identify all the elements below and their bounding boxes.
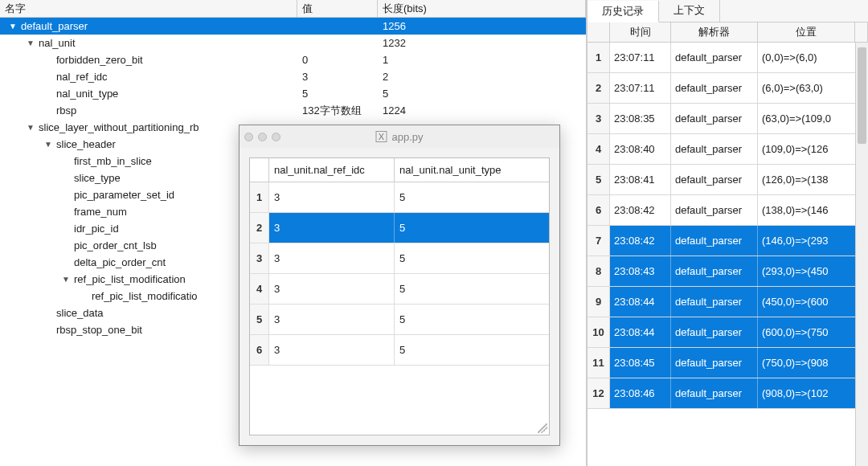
tree-row[interactable]: ▼nal_unit_type55 bbox=[0, 85, 586, 102]
history-header-parser[interactable]: 解析器 bbox=[671, 22, 758, 42]
popup-row-c2: 5 bbox=[395, 335, 549, 365]
popup-row-index: 5 bbox=[250, 305, 269, 334]
popup-row[interactable]: 335 bbox=[250, 243, 549, 274]
tree-row[interactable]: ▼forbidden_zero_bit01 bbox=[0, 51, 586, 68]
tree-node-name: pic_order_cnt_lsb bbox=[71, 237, 157, 254]
popup-row-c1: 3 bbox=[269, 213, 395, 243]
popup-row[interactable]: 135 bbox=[250, 182, 549, 213]
tab-history[interactable]: 历史记录 bbox=[588, 1, 659, 22]
scrollbar-thumb[interactable] bbox=[858, 47, 866, 144]
chevron-down-icon[interactable]: ▼ bbox=[43, 136, 53, 153]
history-row[interactable]: 1023:08:44default_parser(600,0)=>(750 bbox=[588, 317, 868, 348]
chevron-down-icon[interactable]: ▼ bbox=[26, 119, 35, 136]
history-row[interactable]: 1223:08:46default_parser(908,0)=>(102 bbox=[588, 378, 868, 409]
tree-node-name: pic_parameter_set_id bbox=[71, 186, 174, 203]
window-close-icon[interactable] bbox=[244, 133, 253, 141]
history-row[interactable]: 623:08:42default_parser(138,0)=>(146 bbox=[588, 195, 868, 226]
tree-node-name: ref_pic_list_modificatio bbox=[88, 288, 198, 305]
history-row-parser: default_parser bbox=[671, 317, 758, 347]
tree-header-value[interactable]: 值 bbox=[297, 0, 378, 17]
history-row-parser: default_parser bbox=[671, 134, 758, 164]
popup-row[interactable]: 635 bbox=[250, 335, 549, 366]
history-row-position: (138,0)=>(146 bbox=[758, 195, 868, 225]
tree-node-length: 1232 bbox=[378, 35, 586, 51]
history-panel: 历史记录 上下文 时间 解析器 位置 123:07:11default_pars… bbox=[587, 0, 868, 466]
tree-node-name: delta_pic_order_cnt bbox=[71, 254, 166, 271]
popup-table-header: nal_unit.nal_ref_idc nal_unit.nal_unit_t… bbox=[250, 158, 549, 182]
history-row-time: 23:07:11 bbox=[610, 43, 671, 72]
chevron-down-icon[interactable]: ▼ bbox=[8, 18, 18, 35]
tree-node-value bbox=[297, 35, 378, 51]
tree-node-name: nal_unit bbox=[35, 35, 76, 51]
popup-row-index: 6 bbox=[250, 335, 269, 365]
popup-header-col1[interactable]: nal_unit.nal_ref_idc bbox=[269, 158, 395, 182]
tree-node-value: 3 bbox=[297, 68, 378, 85]
tree-row[interactable]: ▼nal_unit1232 bbox=[0, 35, 586, 51]
popup-row-c2: 5 bbox=[395, 305, 549, 334]
history-body[interactable]: 123:07:11default_parser(0,0)=>(6,0)223:0… bbox=[588, 43, 868, 466]
popup-row[interactable]: 235 bbox=[250, 213, 549, 243]
tree-header-length[interactable]: 长度(bits) bbox=[378, 0, 586, 17]
history-header-position[interactable]: 位置 bbox=[758, 22, 855, 42]
tree-node-value: 5 bbox=[297, 85, 378, 102]
popup-row[interactable]: 435 bbox=[250, 274, 549, 305]
history-row[interactable]: 123:07:11default_parser(0,0)=>(6,0) bbox=[588, 43, 868, 73]
window-zoom-icon[interactable] bbox=[272, 133, 280, 141]
history-row[interactable]: 223:07:11default_parser(6,0)=>(63,0) bbox=[588, 73, 868, 104]
history-row[interactable]: 423:08:40default_parser(109,0)=>(126 bbox=[588, 134, 868, 165]
popup-header-col2[interactable]: nal_unit.nal_unit_type bbox=[395, 158, 549, 182]
tree-node-value: 132字节数组 bbox=[297, 102, 378, 119]
tab-context[interactable]: 上下文 bbox=[659, 0, 720, 22]
chevron-down-icon[interactable]: ▼ bbox=[26, 35, 35, 51]
tree-node-name: nal_ref_idc bbox=[53, 68, 108, 85]
history-row-time: 23:08:42 bbox=[610, 195, 671, 225]
history-row-time: 23:07:11 bbox=[610, 73, 671, 103]
popup-titlebar[interactable]: X app.py bbox=[240, 125, 559, 148]
x11-icon: X bbox=[375, 131, 387, 142]
popup-title: app.py bbox=[391, 131, 423, 143]
history-header-index[interactable] bbox=[588, 22, 610, 42]
popup-header-index[interactable] bbox=[250, 158, 269, 182]
history-row-time: 23:08:40 bbox=[610, 134, 671, 164]
chevron-down-icon[interactable]: ▼ bbox=[61, 271, 71, 288]
history-row-index: 1 bbox=[588, 43, 610, 72]
history-row-time: 23:08:46 bbox=[610, 378, 671, 408]
history-row[interactable]: 1123:08:45default_parser(750,0)=>(908 bbox=[588, 348, 868, 378]
history-row-position: (63,0)=>(109,0 bbox=[758, 104, 868, 133]
tree-node-length: 1256 bbox=[378, 18, 586, 35]
popup-window[interactable]: X app.py nal_unit.nal_ref_idc nal_unit.n… bbox=[239, 125, 560, 446]
history-row-index: 11 bbox=[588, 348, 610, 378]
tree-node-length: 1224 bbox=[378, 102, 586, 119]
popup-row-c1: 3 bbox=[269, 274, 395, 304]
tree-row[interactable]: ▼rbsp132字节数组1224 bbox=[0, 102, 586, 119]
tree-row[interactable]: ▼nal_ref_idc32 bbox=[0, 68, 586, 85]
popup-row-c2: 5 bbox=[395, 274, 549, 304]
tree-node-name: slice_type bbox=[71, 170, 121, 186]
tree-header-name[interactable]: 名字 bbox=[0, 0, 297, 17]
history-header-time[interactable]: 时间 bbox=[610, 22, 671, 42]
tree-node-name: rbsp_stop_one_bit bbox=[53, 321, 142, 338]
history-row-position: (450,0)=>(600 bbox=[758, 287, 868, 317]
history-row[interactable]: 823:08:43default_parser(293,0)=>(450 bbox=[588, 256, 868, 287]
popup-row[interactable]: 535 bbox=[250, 305, 549, 335]
tree-node-name: slice_layer_without_partitioning_rb bbox=[35, 119, 199, 136]
popup-body: nal_unit.nal_ref_idc nal_unit.nal_unit_t… bbox=[249, 157, 550, 435]
scrollbar-vertical[interactable] bbox=[855, 43, 868, 466]
history-row[interactable]: 923:08:44default_parser(450,0)=>(600 bbox=[588, 287, 868, 317]
history-row-position: (750,0)=>(908 bbox=[758, 348, 868, 378]
history-row-time: 23:08:44 bbox=[610, 317, 671, 347]
popup-row-c2: 5 bbox=[395, 182, 549, 212]
history-row[interactable]: 723:08:42default_parser(146,0)=>(293 bbox=[588, 226, 868, 256]
popup-row-c2: 5 bbox=[395, 243, 549, 273]
history-row[interactable]: 523:08:41default_parser(126,0)=>(138 bbox=[588, 165, 868, 195]
history-row-parser: default_parser bbox=[671, 165, 758, 194]
history-row-parser: default_parser bbox=[671, 287, 758, 317]
history-header: 时间 解析器 位置 bbox=[588, 22, 868, 43]
popup-row-c1: 3 bbox=[269, 182, 395, 212]
history-row[interactable]: 323:08:35default_parser(63,0)=>(109,0 bbox=[588, 104, 868, 134]
tree-row[interactable]: ▼default_parser1256 bbox=[0, 18, 586, 35]
tree-node-name: slice_header bbox=[53, 136, 116, 153]
tree-node-name: frame_num bbox=[71, 203, 127, 220]
window-minimize-icon[interactable] bbox=[258, 133, 267, 141]
history-row-position: (109,0)=>(126 bbox=[758, 134, 868, 164]
